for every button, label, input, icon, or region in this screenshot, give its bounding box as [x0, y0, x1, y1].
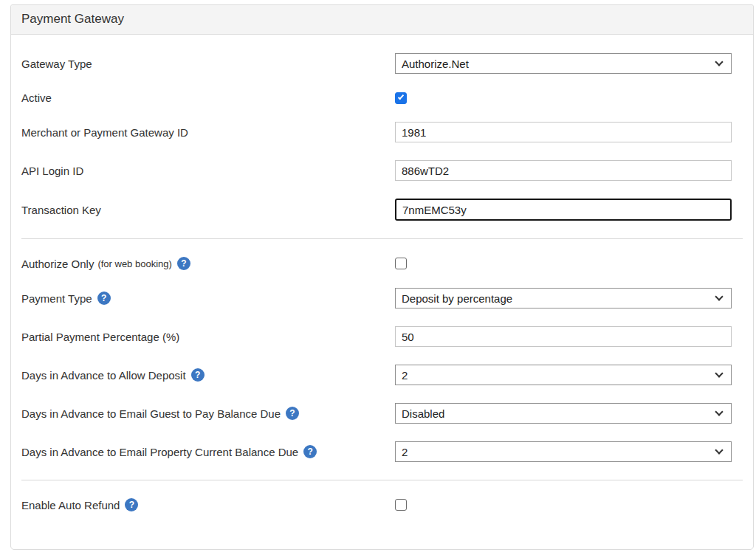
days-advance-allow-deposit-control-cell: 2	[395, 365, 732, 385]
form-row-days-advance-email-guest: Days in Advance to Email Guest to Pay Ba…	[11, 403, 753, 424]
days-advance-email-property-selected-value: 2	[402, 446, 408, 458]
section-divider	[21, 480, 743, 480]
form-row-enable-auto-refund: Enable Auto Refund?	[11, 498, 753, 511]
enable-auto-refund-label: Enable Auto Refund	[21, 499, 120, 511]
gateway-type-select[interactable]: Authorize.Net	[395, 53, 732, 74]
form-row-gateway-type: Gateway TypeAuthorize.Net	[11, 53, 753, 74]
form-row-payment-type: Payment Type?Deposit by percentage	[11, 288, 753, 308]
chevron-down-icon	[715, 446, 723, 454]
form-row-days-advance-allow-deposit: Days in Advance to Allow Deposit?2	[11, 365, 753, 385]
chevron-down-icon	[715, 369, 723, 377]
merchant-id-control-cell	[395, 122, 732, 142]
form-row-active: Active	[11, 92, 753, 104]
transaction-key-label: Transaction Key	[21, 204, 101, 216]
partial-payment-percentage-label: Partial Payment Percentage (%)	[21, 331, 179, 343]
chevron-down-icon	[715, 292, 723, 300]
active-label: Active	[21, 92, 52, 104]
enable-auto-refund-control-cell	[395, 499, 732, 511]
chevron-down-icon	[715, 58, 723, 66]
form-body: Gateway TypeAuthorize.NetActiveMerchant …	[11, 35, 753, 511]
active-control-cell	[395, 92, 732, 104]
section-divider	[21, 238, 743, 239]
transaction-key-label-cell: Transaction Key	[21, 204, 395, 216]
days-advance-email-property-label: Days in Advance to Email Property Curren…	[21, 446, 298, 458]
api-login-id-label-cell: API Login ID	[21, 165, 395, 177]
days-advance-email-guest-select[interactable]: Disabled	[395, 403, 732, 424]
days-advance-email-property-control-cell: 2	[395, 441, 732, 462]
authorize-only-sublabel: (for web booking)	[97, 258, 171, 269]
days-advance-allow-deposit-label-cell: Days in Advance to Allow Deposit?	[21, 368, 395, 382]
payment-gateway-panel: Payment Gateway Gateway TypeAuthorize.Ne…	[10, 4, 754, 550]
form-row-days-advance-email-property: Days in Advance to Email Property Curren…	[11, 441, 753, 462]
gateway-type-label: Gateway Type	[21, 58, 92, 70]
gateway-type-label-cell: Gateway Type	[21, 58, 395, 70]
authorize-only-checkbox[interactable]	[395, 258, 407, 269]
days-advance-email-property-label-cell: Days in Advance to Email Property Curren…	[21, 445, 395, 458]
chevron-down-icon	[715, 407, 723, 416]
form-row-authorize-only: Authorize Only(for web booking)?	[11, 257, 753, 270]
merchant-id-label: Merchant or Payment Gateway ID	[21, 126, 188, 139]
authorize-only-label: Authorize Only	[21, 258, 94, 270]
partial-payment-percentage-label-cell: Partial Payment Percentage (%)	[21, 331, 395, 343]
enable-auto-refund-checkbox[interactable]	[395, 499, 407, 511]
days-advance-allow-deposit-label: Days in Advance to Allow Deposit	[21, 369, 186, 382]
gateway-type-control-cell: Authorize.Net	[395, 53, 732, 74]
days-advance-email-guest-selected-value: Disabled	[402, 407, 444, 420]
panel-title: Payment Gateway	[11, 5, 753, 35]
merchant-id-label-cell: Merchant or Payment Gateway ID	[21, 126, 395, 139]
form-row-partial-payment-percentage: Partial Payment Percentage (%)	[11, 326, 753, 347]
enable-auto-refund-label-cell: Enable Auto Refund?	[21, 498, 395, 511]
days-advance-email-guest-label: Days in Advance to Email Guest to Pay Ba…	[21, 407, 281, 420]
payment-type-label: Payment Type	[21, 292, 92, 305]
payment-type-control-cell: Deposit by percentage	[395, 288, 732, 308]
transaction-key-input[interactable]	[395, 199, 732, 221]
active-label-cell: Active	[21, 92, 395, 104]
transaction-key-control-cell	[395, 199, 732, 221]
help-icon[interactable]: ?	[177, 257, 190, 270]
form-row-api-login-id: API Login ID	[11, 160, 753, 181]
partial-payment-percentage-control-cell	[395, 326, 732, 347]
days-advance-allow-deposit-select[interactable]: 2	[395, 365, 732, 385]
form-row-merchant-id: Merchant or Payment Gateway ID	[11, 122, 753, 142]
help-icon[interactable]: ?	[125, 498, 138, 511]
help-icon[interactable]: ?	[286, 407, 299, 420]
partial-payment-percentage-input[interactable]	[395, 326, 732, 347]
days-advance-email-guest-label-cell: Days in Advance to Email Guest to Pay Ba…	[21, 407, 395, 420]
api-login-id-control-cell	[395, 160, 732, 181]
api-login-id-label: API Login ID	[21, 165, 83, 177]
payment-type-select[interactable]: Deposit by percentage	[395, 288, 732, 308]
payment-type-label-cell: Payment Type?	[21, 292, 395, 305]
authorize-only-control-cell	[395, 258, 732, 269]
days-advance-allow-deposit-selected-value: 2	[402, 369, 408, 382]
gateway-type-selected-value: Authorize.Net	[402, 58, 469, 70]
checkmark-icon	[397, 93, 403, 100]
api-login-id-input[interactable]	[395, 160, 732, 181]
form-row-transaction-key: Transaction Key	[11, 199, 753, 221]
payment-type-selected-value: Deposit by percentage	[402, 292, 512, 305]
help-icon[interactable]: ?	[303, 445, 317, 458]
days-advance-email-guest-control-cell: Disabled	[395, 403, 732, 424]
help-icon[interactable]: ?	[191, 368, 205, 382]
help-icon[interactable]: ?	[97, 292, 111, 305]
merchant-id-input[interactable]	[395, 122, 732, 142]
active-checkbox[interactable]	[395, 92, 407, 104]
days-advance-email-property-select[interactable]: 2	[395, 441, 732, 462]
authorize-only-label-cell: Authorize Only(for web booking)?	[21, 257, 395, 270]
